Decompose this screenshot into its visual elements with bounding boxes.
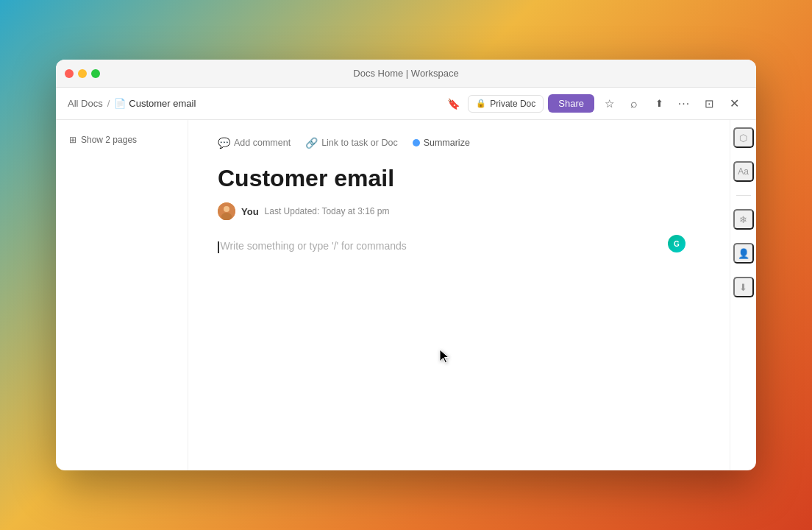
pages-icon: ⊞ xyxy=(69,135,76,145)
collapse-btn[interactable]: ⊡ xyxy=(699,93,719,114)
action-bar: 💬 Add comment 🔗 Link to task or Doc Summ… xyxy=(218,135,685,151)
maximize-button[interactable] xyxy=(91,69,100,78)
lock-icon: 🔒 xyxy=(476,99,486,108)
toolbar-right: 🔖 🔒 Private Doc Share ☆ ⌕ ⬆ ··· ⊡ xyxy=(443,93,744,114)
author-name: You xyxy=(241,206,259,217)
star-btn[interactable]: ☆ xyxy=(599,93,619,114)
font-size-btn[interactable]: Aa xyxy=(733,161,754,182)
text-cursor xyxy=(218,241,219,253)
link-task-button[interactable]: 🔗 Link to task or Doc xyxy=(305,135,398,151)
divider xyxy=(736,195,751,196)
last-updated: Last Updated: Today at 3:16 pm xyxy=(265,206,390,216)
search-btn[interactable]: ⌕ xyxy=(624,93,644,114)
summarize-button[interactable]: Summarize xyxy=(413,138,470,148)
document-title: Customer email xyxy=(218,164,685,192)
author-row: You Last Updated: Today at 3:16 pm xyxy=(218,202,685,220)
editor-placeholder: Write something or type '/' for commands xyxy=(218,238,407,254)
show-pages-button[interactable]: ⊞ Show 2 pages xyxy=(65,132,141,148)
breadcrumb-current: 📄 Customer email xyxy=(114,98,196,109)
freeze-icon: ❄ xyxy=(739,214,747,225)
more-btn[interactable]: ··· xyxy=(674,93,694,114)
search-icon: ⌕ xyxy=(630,97,638,110)
close-doc-btn[interactable]: ✕ xyxy=(724,93,744,114)
app-window: Docs Home | Workspace All Docs / 📄 Custo… xyxy=(56,60,756,470)
avatar xyxy=(218,202,235,220)
sidebar-expand-btn[interactable]: ⬡ xyxy=(733,127,754,148)
download-btn[interactable]: ⬇ xyxy=(733,277,754,297)
main-content[interactable]: 💬 Add comment 🔗 Link to task or Doc Summ… xyxy=(188,120,730,470)
svg-point-2 xyxy=(221,213,232,220)
collaborators-btn[interactable]: 👤 xyxy=(733,243,754,264)
collapse-icon: ⊡ xyxy=(705,97,714,110)
export-btn[interactable]: ⬆ xyxy=(649,93,669,114)
toolbar: All Docs / 📄 Customer email 🔖 🔒 Private … xyxy=(56,88,756,120)
download-icon: ⬇ xyxy=(739,282,747,293)
sidebar-expand-icon: ⬡ xyxy=(739,132,747,144)
star-icon: ☆ xyxy=(605,97,614,110)
comment-icon: 💬 xyxy=(218,137,230,149)
window-title: Docs Home | Workspace xyxy=(353,68,458,79)
link-icon: 🔗 xyxy=(305,137,318,149)
font-size-icon: Aa xyxy=(738,166,749,177)
breadcrumb: All Docs / 📄 Customer email xyxy=(68,98,437,109)
add-comment-button[interactable]: 💬 Add comment xyxy=(218,135,291,151)
traffic-lights xyxy=(65,69,100,78)
mouse-cursor xyxy=(438,348,453,369)
breadcrumb-separator: / xyxy=(107,98,110,109)
export-icon: ⬆ xyxy=(655,98,663,109)
person-icon: 👤 xyxy=(738,248,749,259)
close-button[interactable] xyxy=(65,69,74,78)
more-icon: ··· xyxy=(678,97,690,110)
minimize-button[interactable] xyxy=(78,69,87,78)
svg-point-1 xyxy=(224,206,229,212)
right-sidebar: ⬡ Aa ❄ 👤 ⬇ xyxy=(730,120,756,470)
summarize-dot-icon xyxy=(413,139,420,146)
ai-avatar: G xyxy=(668,235,685,252)
titlebar: Docs Home | Workspace xyxy=(56,60,756,88)
breadcrumb-home[interactable]: All Docs xyxy=(68,98,103,109)
bookmark-icon: 🔖 xyxy=(447,98,460,110)
doc-icon: 📄 xyxy=(114,98,126,109)
freeze-btn[interactable]: ❄ xyxy=(733,209,754,230)
bookmark-icon-btn[interactable]: 🔖 xyxy=(443,93,463,114)
body-layout: ⊞ Show 2 pages 💬 Add comment 🔗 Link to t… xyxy=(56,120,756,470)
editor-area[interactable]: Write something or type '/' for commands… xyxy=(218,238,685,254)
left-sidebar: ⊞ Show 2 pages xyxy=(56,120,188,470)
close-icon: ✕ xyxy=(730,96,739,110)
share-button[interactable]: Share xyxy=(548,94,594,113)
private-doc-button[interactable]: 🔒 Private Doc xyxy=(468,95,544,113)
